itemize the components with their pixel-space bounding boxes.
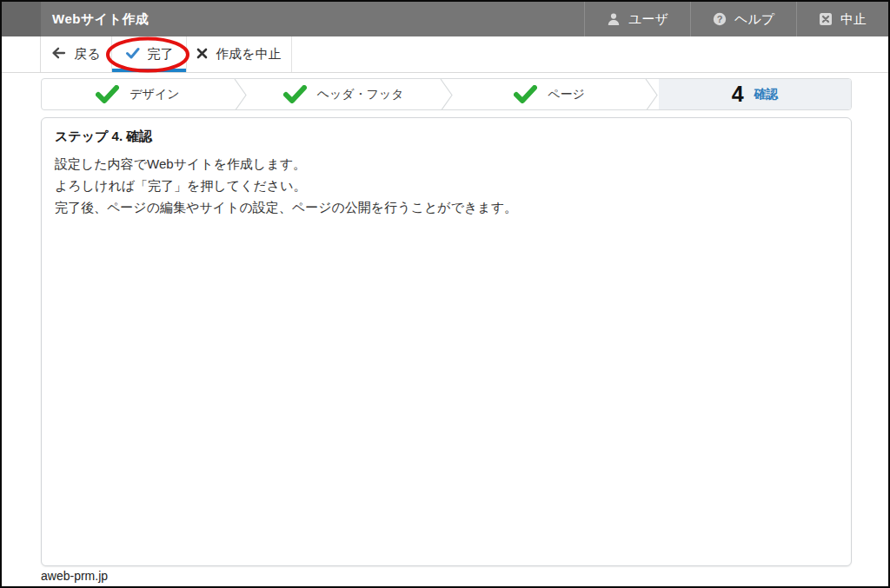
app-title: Webサイト作成 [41, 2, 149, 36]
step-confirm-label: 確認 [754, 87, 779, 102]
user-button-label: ユーザ [628, 11, 668, 28]
step-design: デザイン [42, 79, 234, 109]
back-arrow-icon [51, 46, 66, 63]
step-header-footer: ヘッダ・フッタ [248, 79, 440, 109]
cancel-creation-label: 作成を中止 [216, 46, 281, 63]
abort-button[interactable]: 中止 [796, 2, 888, 36]
header-actions: ユーザ ? ヘルプ 中止 [584, 2, 888, 36]
step-confirm: 4 確認 [659, 79, 851, 109]
step-separator-chevron-icon [645, 79, 659, 109]
step-done-check-icon [283, 85, 307, 103]
step-separator-chevron-icon [234, 79, 248, 109]
step-confirm-number: 4 [732, 83, 744, 105]
help-button-label: ヘルプ [734, 11, 774, 28]
user-icon [607, 12, 621, 26]
step-pages: ページ [454, 79, 646, 109]
abort-icon [819, 12, 833, 26]
toolbar-left-pad [2, 36, 41, 72]
wizard-step-bar: デザイン ヘッダ・フッタ ページ 4 確認 [41, 78, 852, 110]
step-header-footer-label: ヘッダ・フッタ [317, 87, 404, 102]
header-corner-block [2, 2, 41, 36]
done-check-icon [125, 46, 140, 63]
app-header: Webサイト作成 ユーザ ? ヘルプ [2, 2, 888, 36]
done-button-label: 完了 [148, 46, 174, 63]
step-separator-chevron-icon [440, 79, 454, 109]
back-button-label: 戻る [74, 46, 100, 63]
cancel-x-icon [196, 47, 208, 62]
svg-text:?: ? [717, 14, 723, 24]
done-button[interactable]: 完了 [112, 36, 187, 72]
step-done-check-icon [514, 85, 537, 103]
website-creation-wizard: { "header": { "title": "Webサイト作成", "acti… [0, 0, 890, 588]
step-design-label: デザイン [130, 87, 179, 102]
instruction-line: 設定した内容でWebサイトを作成します。 [55, 153, 838, 175]
user-button[interactable]: ユーザ [584, 2, 690, 36]
help-icon: ? [713, 12, 727, 26]
header-spacer [149, 2, 584, 36]
back-button[interactable]: 戻る [41, 36, 112, 72]
domain-status-text: aweb-prm.jp [41, 569, 108, 583]
wizard-toolbar: 戻る 完了 作成を中止 [2, 36, 888, 73]
step-done-check-icon [96, 85, 119, 103]
cancel-creation-button[interactable]: 作成を中止 [187, 36, 292, 72]
confirmation-panel: ステップ 4. 確認 設定した内容でWebサイトを作成します。 よろしければ「完… [41, 117, 852, 566]
abort-button-label: 中止 [840, 11, 867, 28]
help-button[interactable]: ? ヘルプ [690, 2, 796, 36]
step-pages-label: ページ [548, 87, 585, 102]
instruction-line: 完了後、ページの編集やサイトの設定、ページの公開を行うことができます。 [55, 196, 838, 218]
instruction-line: よろしければ「完了」を押してください。 [55, 175, 838, 196]
step-heading: ステップ 4. 確認 [55, 129, 838, 145]
